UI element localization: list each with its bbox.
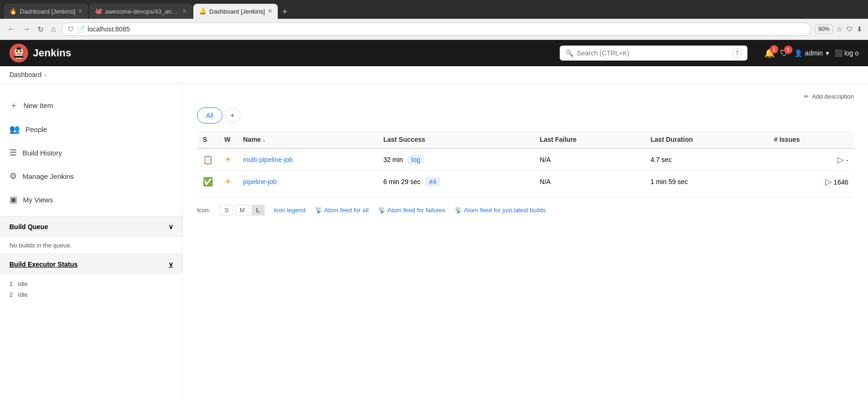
atom-feed-all-link[interactable]: 📡 Atom feed for all <box>315 207 369 214</box>
search-icon: 🔍 <box>565 49 573 57</box>
tab-close-2[interactable]: × <box>183 7 187 15</box>
row1-last-failure: N/A <box>534 148 645 171</box>
icon-legend-link[interactable]: Icon legend <box>274 207 305 214</box>
row1-issues-count: - <box>846 156 848 164</box>
build-queue-header[interactable]: Build Queue ∨ <box>0 216 183 237</box>
history-icon: ☰ <box>9 147 17 158</box>
notifications-button[interactable]: 🔔 1 <box>764 48 775 58</box>
address-bar[interactable]: 🛡 📄 localhost:8085 <box>61 23 811 36</box>
row1-status-w: ☀ <box>219 148 237 171</box>
security-button[interactable]: 🛡 1 <box>780 48 789 58</box>
build-queue-empty-text: No builds in the queue. <box>9 242 72 249</box>
sidebar-item-build-history[interactable]: ☰ Build History <box>0 141 183 164</box>
rss-latest-icon: 📡 <box>455 207 462 214</box>
plus-icon: ＋ <box>9 100 18 111</box>
people-link[interactable]: 👥 People <box>0 117 183 141</box>
rss-all-icon: 📡 <box>315 207 322 214</box>
jenkins-logo: Jenkins <box>9 44 71 62</box>
atom-feed-failures-link[interactable]: 📡 Atom feed for failures <box>378 207 446 214</box>
new-item-link[interactable]: ＋ New Item <box>0 93 183 117</box>
build-executor-header[interactable]: Build Executor Status ∨ <box>0 254 183 275</box>
tab-close-3[interactable]: × <box>268 7 272 15</box>
bookmark-icon[interactable]: ☆ <box>837 25 843 33</box>
help-icon[interactable]: ? <box>732 48 742 58</box>
icon-size-selector: S M L <box>220 205 264 216</box>
size-s-button[interactable]: S <box>220 205 233 216</box>
download-icon[interactable]: ⬇ <box>857 25 862 33</box>
tab-title-2: awesome-devops/43_ans… <box>105 8 180 15</box>
svg-rect-6 <box>16 47 21 50</box>
tab-favicon-3: 🔔 <box>199 8 206 15</box>
sidebar-nav: ＋ New Item 👥 People ☰ Build History ⚙ <box>0 93 183 211</box>
table-body: 📋 ☀ multi-pipeline-job 32 min log N/A 4.… <box>197 148 854 193</box>
jenkins-avatar-icon <box>10 45 27 62</box>
browser-chrome: 🔥 Dashboard [Jenkins] × 🐙 awesome-devops… <box>0 0 868 40</box>
size-l-button[interactable]: L <box>251 205 265 216</box>
executor-list: 1 Idle 2 Idle <box>0 275 183 304</box>
main-layout: ＋ New Item 👥 People ☰ Build History ⚙ <box>0 84 868 401</box>
tab-all[interactable]: All <box>197 108 222 123</box>
breadcrumb-dashboard-link[interactable]: Dashboard <box>9 71 42 78</box>
shield-icon[interactable]: 🛡 <box>846 25 853 33</box>
row2-build-link[interactable]: #4 <box>425 177 440 186</box>
pipeline-job-link[interactable]: pipeline-job <box>243 178 277 185</box>
multi-pipeline-job-link[interactable]: multi-pipeline-job <box>243 156 293 163</box>
build-queue-content: No builds in the queue. <box>0 237 183 254</box>
row1-log-link[interactable]: log <box>408 155 424 164</box>
sidebar-item-new-item[interactable]: ＋ New Item <box>0 93 183 117</box>
build-queue-chevron: ∨ <box>168 223 173 231</box>
logout-button[interactable]: ⬛ log o <box>835 49 859 57</box>
row2-last-success-time: 6 min 29 sec <box>383 178 420 185</box>
row2-run-button[interactable]: ▷ <box>825 177 832 187</box>
book-icon: 📋 <box>203 155 213 164</box>
add-description-label: Add description <box>812 93 854 100</box>
reload-button[interactable]: ↻ <box>36 23 46 36</box>
home-button[interactable]: ⌂ <box>49 23 58 35</box>
name-sort-icon: ↓ <box>263 137 266 143</box>
tab-2[interactable]: 🐙 awesome-devops/43_ans… × <box>89 4 192 19</box>
forward-button[interactable]: → <box>21 23 32 35</box>
add-description-button[interactable]: ✏ Add description <box>804 93 854 100</box>
my-views-link[interactable]: ▣ My Views <box>0 188 183 211</box>
col-header-name[interactable]: Name ↓ <box>237 131 378 148</box>
manage-jenkins-link[interactable]: ⚙ Manage Jenkins <box>0 164 183 188</box>
row1-run-button[interactable]: ▷ <box>838 154 844 165</box>
tab-3[interactable]: 🔔 Dashboard [Jenkins] × <box>193 4 278 19</box>
people-icon: 👥 <box>9 124 20 134</box>
sidebar-item-people[interactable]: 👥 People <box>0 117 183 141</box>
search-input[interactable] <box>577 49 729 57</box>
sidebar: ＋ New Item 👥 People ☰ Build History ⚙ <box>0 84 183 401</box>
build-executor-chevron: ∨ <box>168 261 173 268</box>
sidebar-item-manage-jenkins[interactable]: ⚙ Manage Jenkins <box>0 164 183 188</box>
col-header-w: W <box>219 131 237 148</box>
jobs-table: S W Name ↓ Last Success Last Failure Las… <box>197 131 854 193</box>
logout-icon: ⬛ <box>835 49 843 57</box>
jenkins-title: Jenkins <box>33 47 71 59</box>
tab-title-1: Dashboard [Jenkins] <box>20 8 76 15</box>
sun-icon-1: ☀ <box>224 155 232 164</box>
tab-title-3: Dashboard [Jenkins] <box>209 8 265 15</box>
jenkins-search[interactable]: 🔍 ? <box>560 46 747 61</box>
header-icons: 🔔 1 🛡 1 👤 admin ▾ ⬛ log o <box>764 48 859 58</box>
sun-icon-2: ☀ <box>224 177 232 186</box>
tab-close-1[interactable]: × <box>78 7 83 15</box>
new-tab-button[interactable]: + <box>279 5 291 19</box>
build-history-link[interactable]: ☰ Build History <box>0 141 183 164</box>
size-m-button[interactable]: M <box>235 205 250 216</box>
browser-toolbar: ← → ↻ ⌂ 🛡 📄 localhost:8085 90% ☆ 🛡 ⬇ <box>0 19 868 40</box>
atom-feed-latest-link[interactable]: 📡 Atom feed for just latest builds <box>455 207 546 214</box>
table-header-row: S W Name ↓ Last Success Last Failure Las… <box>197 131 854 148</box>
executor-item-2: 2 Idle <box>9 289 173 300</box>
back-button[interactable]: ← <box>6 23 17 35</box>
tab-bar: 🔥 Dashboard [Jenkins] × 🐙 awesome-devops… <box>0 0 868 19</box>
table-row: 📋 ☀ multi-pipeline-job 32 min log N/A 4.… <box>197 148 854 171</box>
feed-links: Icon legend 📡 Atom feed for all 📡 Atom f… <box>274 207 546 214</box>
row2-last-failure: N/A <box>534 171 645 193</box>
admin-menu-button[interactable]: 👤 admin ▾ <box>794 49 829 57</box>
row2-issues: ▷ 1646 <box>769 171 854 193</box>
atom-feed-all-label: Atom feed for all <box>324 207 369 214</box>
sidebar-item-my-views[interactable]: ▣ My Views <box>0 188 183 211</box>
tab-1[interactable]: 🔥 Dashboard [Jenkins] × <box>4 4 88 19</box>
add-view-button[interactable]: + <box>224 108 241 123</box>
row2-status-w: ☀ <box>219 171 237 193</box>
